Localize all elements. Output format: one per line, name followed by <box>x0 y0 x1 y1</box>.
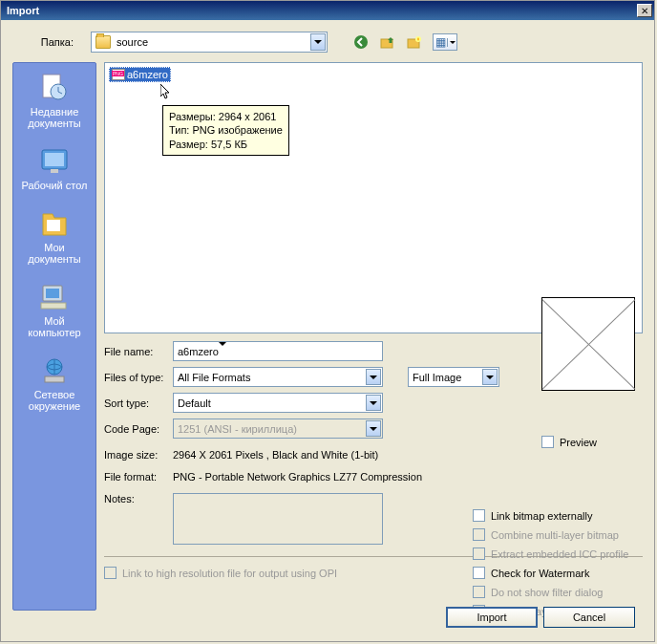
network-icon <box>39 355 70 386</box>
new-folder-button[interactable] <box>406 33 423 51</box>
opi-label: Link to high resolution file for output … <box>122 568 337 579</box>
sorttype-select[interactable]: Default <box>173 393 383 413</box>
sidebar-item-recent[interactable]: Недавние документы <box>17 73 92 129</box>
folder-dropdown[interactable]: source <box>91 32 328 53</box>
chevron-down-icon[interactable] <box>447 38 456 47</box>
filetype-select[interactable]: All File Formats <box>173 367 383 387</box>
svg-rect-12 <box>41 303 66 309</box>
sorttype-label: Sort type: <box>104 397 165 409</box>
tooltip-type: Тип: PNG изображение <box>169 123 283 137</box>
extract-icc-label: Extract embedded ICC profile <box>491 548 628 560</box>
link-external-checkbox[interactable] <box>473 509 485 522</box>
svg-rect-9 <box>47 220 60 231</box>
filename-input[interactable]: a6mzero <box>173 341 383 361</box>
no-filter-checkbox <box>473 586 485 598</box>
view-menu-button[interactable]: ▦ <box>433 33 457 51</box>
desktop-icon <box>39 146 70 177</box>
file-item-selected[interactable]: a6mzero <box>109 67 171 82</box>
opi-checkbox <box>104 567 117 579</box>
file-list[interactable]: a6mzero Размеры: 2964 x 2061 Тип: PNG из… <box>104 62 643 333</box>
chevron-down-icon[interactable] <box>482 369 498 385</box>
preview-thumbnail <box>541 297 635 391</box>
svg-point-0 <box>354 35 368 49</box>
svg-rect-8 <box>51 169 58 173</box>
sidebar-item-mydocs[interactable]: Мои документы <box>17 208 92 265</box>
close-button[interactable]: ✕ <box>637 4 652 17</box>
link-external-label: Link bitmap externally <box>491 510 592 522</box>
chevron-down-icon <box>366 420 381 437</box>
sidebar-label: Сетевое окружение <box>17 389 92 412</box>
sidebar-item-network[interactable]: Сетевое окружение <box>17 355 92 412</box>
chevron-down-icon[interactable] <box>310 33 326 51</box>
sidebar-label: Мой компьютер <box>17 315 92 338</box>
file-tooltip: Размеры: 2964 x 2061 Тип: PNG изображени… <box>162 105 289 156</box>
import-button[interactable]: Import <box>446 607 538 628</box>
filetype-label: Files of type: <box>104 372 165 383</box>
tooltip-dimensions: Размеры: 2964 x 2061 <box>169 110 283 123</box>
sidebar-item-desktop[interactable]: Рабочий стол <box>17 146 92 191</box>
svg-rect-11 <box>46 289 59 298</box>
cancel-button[interactable]: Cancel <box>543 607 635 628</box>
grid-icon: ▦ <box>434 35 447 49</box>
sidebar-label: Недавние документы <box>17 106 92 129</box>
no-filter-label: Do not show filter dialog <box>491 587 603 598</box>
combine-label: Combine multi-layer bitmap <box>491 529 619 541</box>
titlebar: Import ✕ <box>1 1 654 20</box>
computer-icon <box>39 282 70 312</box>
crop-mode-select[interactable]: Full Image <box>408 367 499 387</box>
fileformat-value: PNG - Portable Network Graphics LZ77 Com… <box>173 471 422 483</box>
codepage-select: 1251 (ANSI - кириллица) <box>173 419 383 439</box>
sidebar-label: Мои документы <box>17 242 92 265</box>
png-file-icon <box>112 69 125 80</box>
sidebar-label: Рабочий стол <box>21 180 87 191</box>
sidebar-item-mycomputer[interactable]: Мой компьютер <box>17 282 92 338</box>
window-title: Import <box>7 5 39 16</box>
watermark-checkbox[interactable] <box>473 567 485 579</box>
preview-label: Preview <box>560 437 597 448</box>
up-folder-button[interactable] <box>379 33 396 51</box>
codepage-label: Code Page: <box>104 423 165 435</box>
preview-checkbox[interactable] <box>541 436 554 448</box>
chevron-down-icon[interactable] <box>366 395 381 411</box>
imagesize-value: 2964 X 2061 Pixels , Black and White (1-… <box>173 449 378 461</box>
mydocs-icon <box>39 208 70 239</box>
folder-name: source <box>117 36 148 48</box>
cursor-icon <box>160 84 172 101</box>
combine-checkbox <box>473 528 485 541</box>
svg-rect-14 <box>45 376 64 382</box>
back-button[interactable] <box>352 33 370 51</box>
chevron-down-icon[interactable] <box>219 346 226 357</box>
tooltip-size: Размер: 57,5 КБ <box>169 138 283 151</box>
watermark-label: Check for Watermark <box>491 568 590 579</box>
import-dialog: Import ✕ Папка: source ▦ <box>0 0 655 642</box>
extract-icc-checkbox <box>473 547 485 560</box>
notes-textarea <box>173 493 383 545</box>
imagesize-label: Image size: <box>104 449 165 461</box>
filename-label: File name: <box>104 346 165 357</box>
fileformat-label: File format: <box>104 471 165 483</box>
places-sidebar: Недавние документы Рабочий стол Мои доку… <box>12 62 96 611</box>
folder-icon <box>95 35 111 49</box>
folder-label: Папка: <box>12 36 85 48</box>
file-item-name: a6mzero <box>127 69 168 80</box>
recent-docs-icon <box>39 73 70 103</box>
notes-label: Notes: <box>104 493 165 545</box>
chevron-down-icon[interactable] <box>366 369 381 385</box>
svg-rect-7 <box>45 153 64 166</box>
